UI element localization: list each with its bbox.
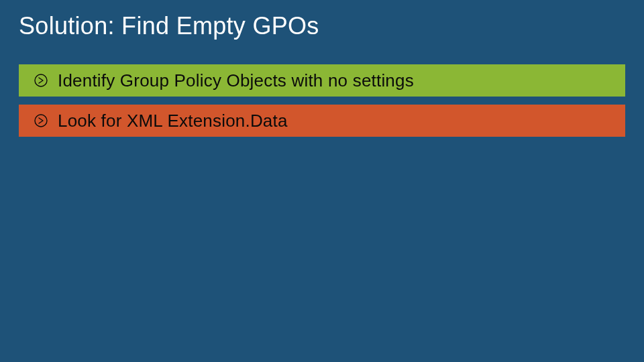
clock-arrow-icon — [34, 113, 48, 128]
slide-title: Solution: Find Empty GPOs — [19, 12, 625, 40]
bullet-text-1: Identify Group Policy Objects with no se… — [58, 70, 414, 91]
bullet-text-2: Look for XML Extension.Data — [58, 111, 288, 131]
svg-point-1 — [35, 115, 47, 127]
bullet-item-2: Look for XML Extension.Data — [19, 105, 625, 137]
clock-arrow-icon — [34, 73, 48, 88]
svg-point-0 — [35, 74, 47, 86]
presentation-slide: Solution: Find Empty GPOs Identify Group… — [0, 0, 644, 362]
bullet-item-1: Identify Group Policy Objects with no se… — [19, 64, 625, 97]
